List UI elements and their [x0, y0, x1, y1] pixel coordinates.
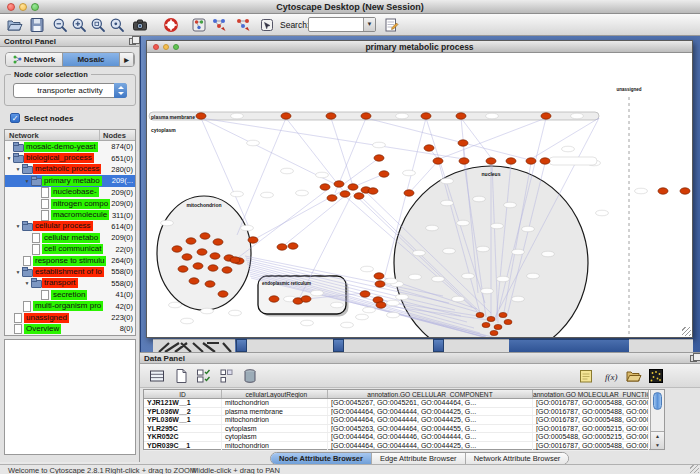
minimize-view-icon[interactable]	[163, 44, 169, 50]
network-canvas[interactable]: plasma membranecytoplasmmitochondrionnuc…	[147, 53, 692, 337]
network-node[interactable]	[374, 155, 384, 161]
network-node[interactable]	[404, 190, 414, 196]
network-node[interactable]	[200, 233, 210, 239]
import-attributes-icon[interactable]	[625, 367, 643, 385]
table-row[interactable]: YDR039C__1mitochondrion[GO:0044464, GO:0…	[144, 442, 649, 451]
create-network-icon[interactable]	[210, 16, 228, 34]
tree-column-nodes[interactable]: Nodes	[99, 130, 135, 140]
network-node[interactable]	[459, 158, 469, 164]
column-header[interactable]: _cellularLayoutRegion	[222, 390, 328, 398]
network-node[interactable]	[494, 324, 502, 329]
table-row[interactable]: YLR295Ccytoplasm[GO:0045263, GO:0044464,…	[144, 425, 649, 434]
network-node[interactable]	[458, 140, 468, 146]
tree-row[interactable]: response to stimulu264(0)	[5, 255, 135, 266]
tree-row[interactable]: nitrogen compo209(0)	[5, 198, 135, 209]
search-combobox[interactable]: ▼	[308, 17, 376, 32]
zoom-selected-icon[interactable]	[89, 16, 107, 34]
region-plasma-membrane[interactable]	[149, 112, 599, 120]
float-panel-icon[interactable]	[690, 355, 697, 362]
network-node[interactable]	[334, 181, 344, 187]
tree-row[interactable]: macromolecule311(0)	[5, 209, 135, 220]
search-dropdown-icon[interactable]: ▼	[363, 18, 375, 31]
table-row[interactable]: YJR121W__1mitochondrion[GO:0045267, GO:0…	[144, 399, 649, 408]
network-view-window[interactable]: primary metabolic process plasma membran…	[146, 40, 693, 338]
formula-builder-icon[interactable]: f(x)	[603, 367, 621, 385]
network-node[interactable]	[281, 113, 291, 119]
network-node[interactable]	[186, 238, 196, 244]
network-edge[interactable]	[439, 118, 546, 159]
background-window-thumbnail[interactable]	[153, 339, 235, 352]
background-window-strip[interactable]	[444, 339, 509, 352]
expander-icon[interactable]: ▼	[14, 223, 22, 229]
tab-network[interactable]: Network	[6, 53, 63, 66]
network-node[interactable]	[487, 316, 495, 321]
expander-icon[interactable]: ▼	[14, 269, 22, 275]
notes-icon[interactable]	[577, 367, 595, 385]
create-network-from-selection-icon[interactable]	[234, 16, 252, 34]
tree-row[interactable]: cell communicat22(0)	[5, 244, 135, 255]
network-node[interactable]	[277, 244, 287, 250]
background-window-strip[interactable]	[629, 339, 693, 352]
network-node[interactable]	[172, 246, 182, 252]
tab-node-attribute-browser[interactable]: Node Attribute Browser	[271, 453, 372, 464]
network-node[interactable]	[375, 281, 385, 287]
zoom-fit-icon[interactable]	[108, 16, 126, 34]
help-ring-icon[interactable]	[162, 16, 180, 34]
network-edge[interactable]	[366, 118, 530, 160]
network-node[interactable]	[361, 113, 371, 119]
network-node[interactable]	[205, 281, 215, 287]
table-scrollbar[interactable]: ▲▼	[650, 390, 664, 449]
network-node[interactable]	[301, 296, 311, 302]
tab-network-attribute-browser[interactable]: Network Attribute Browser	[466, 453, 569, 464]
network-node[interactable]	[376, 302, 386, 308]
tree-row[interactable]: Overview8(0)	[5, 323, 135, 334]
network-node[interactable]	[433, 158, 443, 164]
unselect-attributes-icon[interactable]	[217, 367, 235, 385]
table-row[interactable]: YKR052Ccytoplasm[GO:0044464, GO:0044446,…	[144, 433, 649, 442]
save-icon[interactable]	[28, 16, 46, 34]
tree-row[interactable]: unassigned223(0)	[5, 312, 135, 323]
column-header[interactable]: annotation.GO MOLECULAR_FUNCTION	[533, 390, 649, 398]
scrollbar-arrows[interactable]: ▲▼	[651, 431, 664, 449]
vizmapper-icon[interactable]	[190, 16, 208, 34]
tree-column-network[interactable]: Network	[5, 130, 99, 140]
background-window-strip[interactable]	[247, 339, 333, 352]
tree-row[interactable]: cellular metabo209(0)	[5, 232, 135, 243]
window-resize-grip[interactable]	[682, 327, 691, 336]
network-node[interactable]	[368, 188, 378, 194]
network-edge[interactable]	[286, 118, 344, 192]
tree-row[interactable]: ▼transport558(0)	[5, 278, 135, 289]
network-node[interactable]	[327, 195, 337, 201]
network-node[interactable]	[269, 296, 279, 302]
network-edge[interactable]	[282, 195, 346, 247]
tree-row[interactable]: nucleobase-209(0)	[5, 187, 135, 198]
network-edge[interactable]	[341, 158, 379, 186]
network-node[interactable]	[360, 291, 370, 297]
network-node[interactable]	[540, 158, 550, 164]
scrollbar-thumb[interactable]	[653, 392, 662, 410]
close-view-icon[interactable]	[153, 44, 159, 50]
network-node[interactable]	[526, 158, 536, 164]
network-node[interactable]	[196, 113, 206, 119]
network-node[interactable]	[374, 273, 384, 279]
network-node[interactable]	[486, 158, 496, 164]
network-node[interactable]	[490, 330, 498, 335]
delete-attribute-icon[interactable]	[241, 367, 259, 385]
table-mode-icon[interactable]	[148, 367, 166, 385]
network-node[interactable]	[506, 158, 516, 164]
zoom-out-icon[interactable]	[51, 16, 69, 34]
network-node[interactable]	[499, 312, 507, 317]
tab-mosaic[interactable]: Mosaic	[63, 53, 120, 66]
float-panel-icon[interactable]	[129, 38, 136, 45]
table-row[interactable]: YPL036W__2plasma membrane[GO:0044464, GO…	[144, 408, 649, 417]
search-input[interactable]	[311, 19, 361, 30]
network-node[interactable]	[379, 171, 389, 177]
network-node[interactable]	[248, 237, 258, 243]
network-node[interactable]	[193, 263, 203, 269]
birds-eye-view[interactable]	[4, 339, 136, 455]
network-node[interactable]	[482, 322, 490, 327]
background-window-edge[interactable]	[433, 339, 444, 352]
dropdown-stepper-icon[interactable]	[114, 83, 127, 98]
table-row[interactable]: YPL036W__1mitochondrion[GO:0044464, GO:0…	[144, 416, 649, 425]
network-node[interactable]	[421, 113, 431, 119]
